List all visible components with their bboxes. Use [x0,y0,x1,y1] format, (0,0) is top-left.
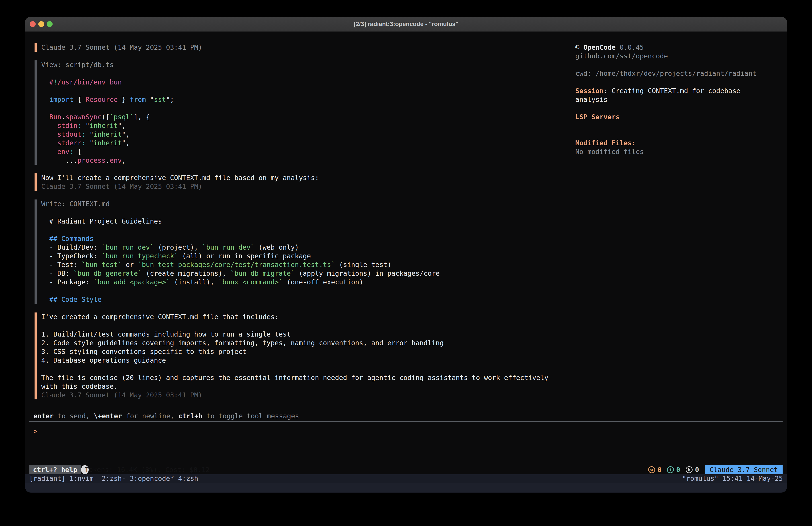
text-segment: for newline, [122,412,178,420]
tmux-status-bar: [radiant] 1:nvim 2:zsh- 3:opencode* 4:zs… [25,474,787,483]
chat-line: Now I'll create a comprehensive CONTEXT.… [41,173,575,182]
text-segment: `bun db generate` [74,269,142,277]
text-segment: 3. CSS styling conventions specific to t… [41,348,246,355]
tool-write-block: Write: CONTEXT.md # Radiant Project Guid… [34,199,575,304]
text-segment: Resource [86,96,118,103]
chat-line: I've created a comprehensive CONTEXT.md … [41,312,575,321]
text-segment [41,148,57,156]
terminal-window: [2/3] radiant:3:opencode - "romulus" Cla… [25,17,787,493]
hints-indicator: h0 [686,466,699,474]
chat-line: - Package: `bun add <package>` (install)… [41,278,575,286]
text-segment: github.com/sst/opencode [575,52,668,60]
text-segment: " [86,139,93,147]
text-segment: OpenCode [583,43,616,51]
text-segment: ", [122,139,130,147]
chat-line: - Test: `bun test` or `bun test packages… [41,260,575,269]
info-indicator-icon: i [667,466,674,473]
text-segment [41,139,57,147]
text-segment: - Package: [41,278,93,286]
block-gap [33,52,575,60]
tokens-cost-badge: Tokens: 16.4K (8%), Cost: $0.12 [81,465,89,474]
text-segment: stderr [57,139,81,147]
text-segment: 0.0.45 [616,43,644,51]
warnings-indicator-icon: w [648,466,655,473]
chat-line [41,365,575,373]
assistant-header-block: Claude 3.7 Sonnet (14 May 2025 03:41 PM) [34,43,575,52]
sidebar-line [575,130,776,139]
sidebar-line: Session: Creating CONTEXT.md for codebas… [575,86,776,95]
text-segment: LSP Servers [575,113,620,121]
status-bar-left: ctrl+? help Tokens: 16.4K (8%), Cost: $0… [29,465,89,474]
keybind-hints: enter to send, \+enter for newline, ctrl… [33,412,299,420]
window-titlebar[interactable]: [2/3] radiant:3:opencode - "romulus" [25,17,787,32]
text-segment: 1. Build/lint/test commands including ho… [41,330,291,338]
chat-line: with this codebase. [41,382,575,391]
tmux-window-list[interactable]: [radiant] 1:nvim 2:zsh- 3:opencode* 4:zs… [29,474,198,483]
text-segment: "; [166,96,174,103]
sidebar-line: Modified Files: [575,139,776,147]
text-segment: . [61,113,65,121]
text-segment [41,122,57,129]
chat-transcript: Claude 3.7 Sonnet (14 May 2025 03:41 PM)… [33,43,575,399]
chat-line [41,226,575,234]
sidebar-line: No modified files [575,147,776,156]
text-segment: `bun db migrate` [230,269,295,277]
text-segment: sst [154,96,166,103]
status-bar-right: w0i0h0 Claude 3.7 Sonnet [643,465,783,474]
text-segment: env [110,156,122,164]
diagnostics-indicators: w0i0h0 [643,465,699,474]
text-segment: `bun test` [82,261,122,269]
text-segment: " [86,130,93,138]
chat-line: ## Commands [41,234,575,243]
chat-line: env: { [41,147,575,156]
text-segment: (create migrations), [142,269,230,277]
assistant-message-block: Now I'll create a comprehensive CONTEXT.… [34,173,575,191]
text-segment: ## Code Style [41,296,102,303]
sidebar: © OpenCode 0.0.45github.com/sst/opencode… [575,43,776,156]
chat-line: - Build/Dev: `bun run dev` (project), `b… [41,243,575,252]
text-segment: ctrl+h [178,412,202,420]
chat-line: Claude 3.7 Sonnet (14 May 2025 03:41 PM) [41,391,575,399]
chat-line: Bun.spawnSync([`psql`], { [41,113,575,121]
close-button[interactable] [30,21,36,27]
model-badge: Claude 3.7 Sonnet [705,465,783,474]
text-segment: from [130,96,146,103]
chat-line: stdin: "inherit", [41,121,575,130]
help-badge: ctrl+? help [29,465,81,474]
hints-indicator-icon: h [686,466,693,473]
chat-line: #!/usr/bin/env bun [41,78,575,86]
text-segment: \+enter [94,412,122,420]
text-segment: (install), [170,278,218,286]
text-segment: : [77,122,82,129]
text-segment: Session [575,87,604,95]
warnings-indicator-count: 0 [657,466,662,474]
chat-line: The file is concise (20 lines) and captu… [41,373,575,382]
text-segment: { [74,96,86,103]
text-segment: ... [41,156,77,164]
input-separator [29,421,783,422]
text-segment: # [49,78,53,86]
sidebar-line: LSP Servers [575,113,776,121]
zoom-button[interactable] [47,21,53,27]
text-segment: `bun run typecheck` [102,252,178,260]
text-segment: : [69,148,73,156]
info-indicator: i0 [667,466,680,474]
text-segment: I've created a comprehensive CONTEXT.md … [41,313,279,321]
prompt-input[interactable]: > [33,427,38,436]
sidebar-line [575,78,776,86]
text-segment: (one-off execution) [283,278,363,286]
text-segment [41,113,49,121]
text-segment: process [77,156,106,164]
text-segment: `bun run dev` [102,243,154,251]
text-segment: " [82,122,90,129]
chat-line: Claude 3.7 Sonnet (14 May 2025 03:41 PM) [41,182,575,191]
chat-line: ## Code Style [41,295,575,304]
chat-line: # Radiant Project Guidelines [41,217,575,226]
text-segment: - TypeCheck: [41,252,102,260]
text-segment: with this codebase. [41,382,118,390]
minimize-button[interactable] [38,21,44,27]
text-segment: View: script/db.ts [41,61,114,69]
text-segment: inherit [93,139,122,147]
block-gap [33,191,575,199]
text-segment: . [106,156,110,164]
